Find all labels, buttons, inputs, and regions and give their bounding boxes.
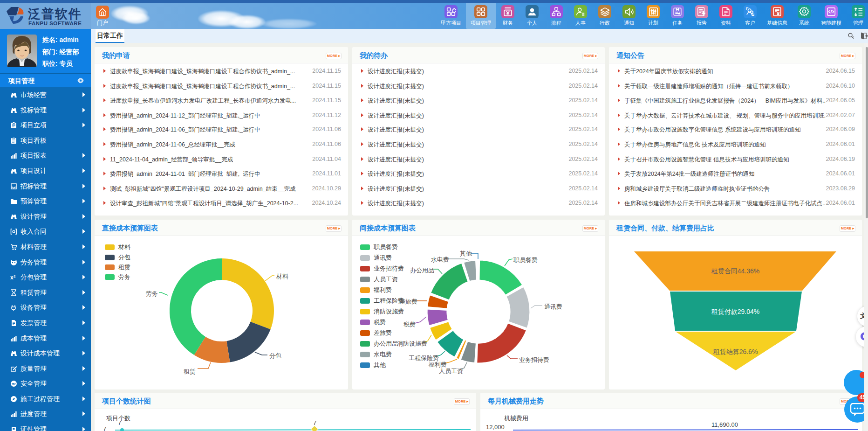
- svg-text:2: 2: [14, 274, 16, 278]
- svg-text:x: x: [10, 274, 14, 281]
